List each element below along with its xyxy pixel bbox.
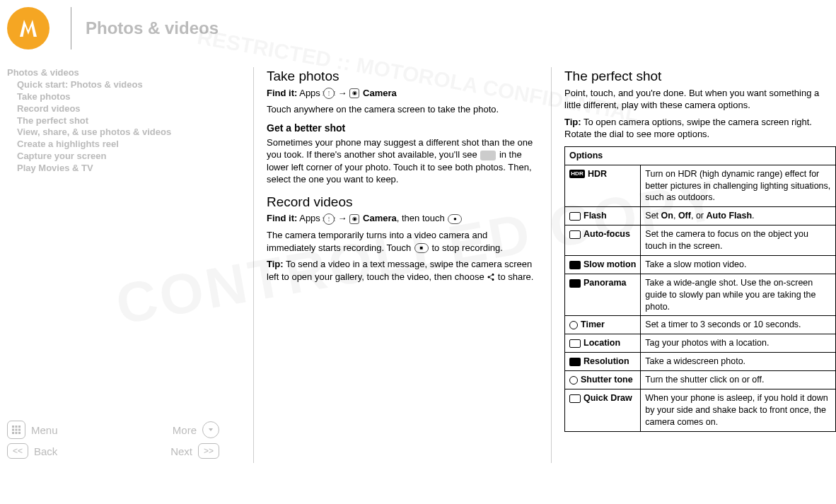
option-name: Flash xyxy=(565,207,641,225)
back-button[interactable]: << Back xyxy=(7,443,57,459)
chevron-left-icon: << xyxy=(7,443,28,459)
svg-rect-6 xyxy=(12,432,14,434)
auto-focus-icon xyxy=(569,230,581,239)
menu-button[interactable]: Menu xyxy=(7,421,58,439)
heading-better-shot: Get a better shot xyxy=(267,122,538,135)
option-name: Auto-focus xyxy=(565,225,641,256)
p-better-shot: Sometimes your phone may suggest a diffe… xyxy=(267,136,538,186)
option-description: Tag your photos with a location. xyxy=(641,334,836,353)
table-row: Auto-focusSet the camera to focus on the… xyxy=(565,225,836,256)
option-description: Set On, Off, or Auto Flash. xyxy=(641,207,836,225)
chevron-down-icon xyxy=(202,421,219,438)
option-name: Slow motion xyxy=(565,255,641,274)
svg-rect-5 xyxy=(18,429,21,431)
svg-rect-3 xyxy=(12,429,14,431)
option-name: HDRHDR xyxy=(565,165,641,207)
next-button[interactable]: Next >> xyxy=(170,443,219,459)
option-name: Shutter tone xyxy=(565,371,641,389)
table-row: PanoramaTake a wide-angle shot. Use the … xyxy=(565,274,836,316)
next-label: Next xyxy=(170,445,192,457)
svg-rect-4 xyxy=(16,429,18,431)
svg-rect-1 xyxy=(16,426,18,428)
option-name: Timer xyxy=(565,316,641,334)
column-divider xyxy=(253,67,254,463)
panorama-icon xyxy=(569,279,581,288)
toc-item[interactable]: View, share, & use photos & videos xyxy=(7,127,233,139)
video-stop-icon: ■ xyxy=(414,243,429,253)
more-label: More xyxy=(173,424,197,436)
option-description: Set a timer to 3 seconds or 10 seconds. xyxy=(641,316,836,334)
svg-rect-2 xyxy=(18,426,21,428)
apps-icon: ⋮⋮⋮ xyxy=(323,88,335,99)
share-icon xyxy=(487,273,495,281)
quick-draw-icon xyxy=(569,394,581,403)
table-row: Shutter toneTurn the shutter click on or… xyxy=(565,371,836,389)
options-header: Options xyxy=(565,146,836,165)
table-row: ResolutionTake a widescreen photo. xyxy=(565,353,836,371)
camera-icon: ◉ xyxy=(349,214,359,224)
nav-controls: Menu More << Back xyxy=(7,421,233,463)
svg-rect-0 xyxy=(12,426,14,428)
option-name: Quick Draw xyxy=(565,389,641,431)
table-row: FlashSet On, Off, or Auto Flash. xyxy=(565,207,836,225)
p-touch-camera: Touch anywhere on the camera screen to t… xyxy=(267,103,538,116)
alt-shot-icon xyxy=(480,151,496,160)
svg-rect-7 xyxy=(16,432,18,434)
slow-motion-icon xyxy=(569,261,581,269)
p-tip-video: Tip: To send a video in a text message, … xyxy=(267,258,538,283)
heading-record-videos: Record videos xyxy=(267,193,538,211)
table-row: HDRHDRTurn on HDR (high dynamic range) e… xyxy=(565,165,836,207)
location-icon xyxy=(569,339,581,348)
camera-options-table: Options HDRHDRTurn on HDR (high dynamic … xyxy=(564,146,836,432)
hdr-icon: HDR xyxy=(569,170,585,178)
table-row: LocationTag your photos with a location. xyxy=(565,334,836,353)
column-divider xyxy=(551,67,552,463)
toc-item[interactable]: Record videos xyxy=(7,103,233,115)
content-column-1: Take photos Find it: Apps ⋮⋮⋮→◉ Camera T… xyxy=(267,67,538,463)
option-name: Location xyxy=(565,334,641,353)
video-record-icon: ● xyxy=(448,214,462,224)
table-row: Quick DrawWhen your phone is asleep, if … xyxy=(565,389,836,431)
toc-item[interactable]: Quick start: Photos & videos xyxy=(7,79,233,91)
resolution-icon xyxy=(569,358,581,366)
chevron-right-icon: >> xyxy=(198,443,219,459)
apps-icon: ⋮⋮⋮ xyxy=(323,213,335,225)
p-record: The camera temporarily turns into a vide… xyxy=(267,229,538,254)
svg-rect-8 xyxy=(18,432,21,434)
find-it-record: Find it: Apps ⋮⋮⋮→◉ Camera, then touch ● xyxy=(267,212,538,225)
toc-item[interactable]: Take photos xyxy=(7,91,233,103)
toc-item[interactable]: The perfect shot xyxy=(7,115,233,127)
option-description: Turn the shutter click on or off. xyxy=(641,371,836,389)
back-label: Back xyxy=(34,445,57,457)
option-description: Take a slow motion video. xyxy=(641,255,836,274)
option-description: Turn on HDR (high dynamic range) effect … xyxy=(641,165,836,207)
camera-icon: ◉ xyxy=(349,88,359,98)
toc-item[interactable]: Play Movies & TV xyxy=(7,163,233,175)
find-it-take-photos: Find it: Apps ⋮⋮⋮→◉ Camera xyxy=(267,87,538,100)
table-of-contents: Photos & videosQuick start: Photos & vid… xyxy=(7,67,233,421)
toc-item[interactable]: Photos & videos xyxy=(7,67,233,79)
p-perfect-shot: Point, touch, and you're done. But when … xyxy=(564,87,836,112)
option-name: Panorama xyxy=(565,274,641,316)
shutter-tone-icon xyxy=(569,376,578,385)
page-title: Photos & videos xyxy=(86,18,219,38)
option-name: Resolution xyxy=(565,353,641,371)
flash-icon xyxy=(569,212,581,221)
apps-grid-icon xyxy=(7,421,25,439)
motorola-logo xyxy=(7,7,50,49)
option-description: Set the camera to focus on the object yo… xyxy=(641,225,836,256)
motorola-m-icon xyxy=(16,16,41,41)
menu-label: Menu xyxy=(31,424,58,436)
table-row: Slow motionTake a slow motion video. xyxy=(565,255,836,274)
more-button[interactable]: More xyxy=(173,421,219,438)
heading-take-photos: Take photos xyxy=(267,67,538,86)
toc-item[interactable]: Capture your screen xyxy=(7,151,233,163)
option-description: Take a wide-angle shot. Use the on-scree… xyxy=(641,274,836,316)
option-description: Take a widescreen photo. xyxy=(641,353,836,371)
toc-item[interactable]: Create a highlights reel xyxy=(7,139,233,151)
content-column-2: The perfect shot Point, touch, and you'r… xyxy=(564,67,836,463)
p-tip-options: Tip: To open camera options, swipe the c… xyxy=(564,116,836,141)
timer-icon xyxy=(569,321,578,329)
header: Photos & videos xyxy=(0,0,836,49)
option-description: When your phone is asleep, if you hold i… xyxy=(641,389,836,431)
